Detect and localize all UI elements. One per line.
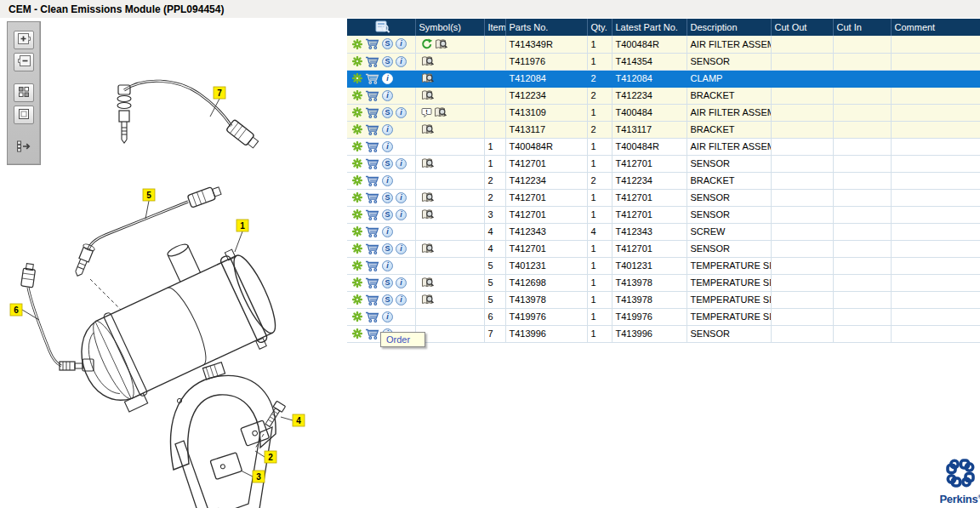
s-icon[interactable]: S: [382, 56, 393, 67]
info-icon[interactable]: i: [382, 90, 393, 101]
table-row[interactable]: Si T4119761T414354SENSOR: [347, 53, 980, 70]
book-search-icon[interactable]: [421, 294, 435, 305]
cart-icon[interactable]: [365, 192, 379, 203]
book-search-icon[interactable]: [421, 55, 435, 67]
gear-icon[interactable]: [352, 141, 362, 151]
table-row[interactable]: i 1T400484R1T400484RAIR FILTER ASSEME: [347, 138, 980, 155]
table-row[interactable]: Si 2T4127011T412701SENSOR: [347, 189, 980, 206]
gear-icon[interactable]: [352, 39, 362, 49]
info-icon[interactable]: i: [382, 311, 393, 322]
table-row[interactable]: i 4T4123434T412343SCREW: [347, 223, 980, 240]
gear-icon[interactable]: [352, 90, 362, 100]
table-row[interactable]: i 2T4122342T412234BRACKET: [347, 172, 980, 189]
callout-5[interactable]: 5: [143, 189, 155, 219]
info-icon[interactable]: i: [396, 243, 407, 254]
info-icon[interactable]: i: [382, 226, 393, 237]
cart-icon[interactable]: [365, 328, 379, 340]
column-header-actions[interactable]: [347, 19, 415, 36]
table-row[interactable]: i T4131172T413117BRACKET: [347, 121, 980, 138]
info-icon[interactable]: i: [382, 73, 393, 84]
table-row[interactable]: Si 5T4126981T413978TEMPERATURE SEN: [347, 274, 980, 291]
gear-icon[interactable]: [352, 107, 362, 117]
gear-icon[interactable]: [352, 260, 362, 271]
note-icon[interactable]: !: [421, 107, 432, 118]
cart-icon[interactable]: [365, 311, 379, 322]
book-search-icon[interactable]: [421, 277, 435, 288]
column-header-cut-in[interactable]: Cut In: [833, 19, 891, 36]
cart-icon[interactable]: [365, 260, 379, 271]
gear-icon[interactable]: [352, 226, 362, 237]
gear-icon[interactable]: [352, 209, 362, 220]
book-search-icon[interactable]: [434, 106, 447, 118]
table-row[interactable]: i T4122342T412234BRACKET: [347, 87, 980, 104]
cart-icon[interactable]: [365, 158, 379, 169]
column-header-latest-part-no[interactable]: Latest Part No.: [612, 19, 687, 36]
cart-icon[interactable]: [365, 141, 379, 152]
info-icon[interactable]: i: [382, 175, 393, 186]
callout-1[interactable]: 1: [235, 220, 248, 252]
cart-icon[interactable]: [365, 124, 379, 135]
table-row[interactable]: i 6T4199761T419976TEMPERATURE SEN: [347, 308, 980, 325]
cart-icon[interactable]: [365, 209, 379, 220]
column-header-description[interactable]: Description: [687, 19, 771, 36]
cart-icon[interactable]: [365, 294, 379, 305]
book-search-icon[interactable]: [421, 208, 435, 220]
cart-icon[interactable]: [365, 226, 379, 237]
table-row[interactable]: i 5T4012311T401231TEMPERATURE SEN: [347, 257, 980, 274]
info-icon[interactable]: i: [396, 294, 407, 305]
book-search-icon[interactable]: [421, 123, 435, 135]
info-icon[interactable]: i: [396, 56, 407, 67]
table-row[interactable]: Si 4T4127011T412701SENSOR: [347, 240, 980, 257]
callout-4[interactable]: 4: [281, 414, 305, 426]
column-header-item[interactable]: Item: [484, 19, 505, 36]
table-row[interactable]: Si 1T4127011T412701SENSOR: [347, 155, 980, 172]
s-icon[interactable]: S: [382, 158, 393, 169]
gear-icon[interactable]: [352, 56, 362, 66]
table-row[interactable]: Si 5T4139781T413978TEMPERATURE SEN: [347, 291, 980, 308]
s-icon[interactable]: S: [382, 38, 393, 49]
refresh-icon[interactable]: [421, 38, 433, 49]
gear-icon[interactable]: [352, 243, 362, 254]
gear-icon[interactable]: [352, 311, 362, 322]
gear-icon[interactable]: [352, 158, 362, 168]
gear-icon[interactable]: [352, 73, 362, 83]
s-icon[interactable]: S: [382, 277, 393, 288]
info-icon[interactable]: i: [396, 277, 407, 288]
cart-icon[interactable]: [365, 277, 379, 288]
book-search-icon[interactable]: [421, 157, 435, 169]
cart-icon[interactable]: [365, 38, 379, 49]
info-icon[interactable]: i: [396, 38, 407, 49]
info-icon[interactable]: i: [382, 141, 393, 152]
callout-2[interactable]: 2: [255, 451, 276, 463]
column-header-parts-no[interactable]: Parts No.: [505, 19, 587, 36]
book-search-icon[interactable]: [421, 243, 435, 254]
cart-icon[interactable]: [365, 175, 379, 186]
gear-icon[interactable]: [352, 277, 362, 288]
callout-7[interactable]: 7: [210, 87, 225, 117]
gear-icon[interactable]: [352, 175, 362, 186]
gear-icon[interactable]: [352, 328, 362, 339]
table-row[interactable]: i T4120842T412084CLAMP: [347, 70, 980, 87]
book-search-icon[interactable]: [421, 191, 435, 203]
info-icon[interactable]: i: [382, 260, 393, 271]
s-icon[interactable]: S: [382, 294, 393, 305]
callout-3[interactable]: 3: [241, 471, 265, 482]
book-search-icon[interactable]: [435, 38, 448, 50]
info-icon[interactable]: i: [396, 107, 407, 118]
table-row[interactable]: Si ! T4131091T400484AIR FILTER ASSEME: [347, 104, 980, 121]
info-icon[interactable]: i: [396, 158, 407, 169]
book-search-icon[interactable]: [421, 72, 435, 84]
column-header-comment[interactable]: Comment: [891, 19, 980, 36]
info-icon[interactable]: i: [396, 192, 407, 203]
s-icon[interactable]: S: [382, 107, 393, 118]
cart-icon[interactable]: [365, 90, 379, 101]
table-row[interactable]: i 7T4139961T413996SENSOR: [347, 325, 980, 342]
table-row[interactable]: Si 3T4127011T412701SENSOR: [347, 206, 980, 223]
gear-icon[interactable]: [352, 192, 362, 203]
gear-icon[interactable]: [352, 124, 362, 134]
cart-icon[interactable]: [365, 73, 379, 84]
cart-icon[interactable]: [365, 107, 379, 118]
s-icon[interactable]: S: [382, 209, 393, 220]
book-search-icon[interactable]: [421, 89, 435, 101]
info-icon[interactable]: i: [396, 209, 407, 220]
